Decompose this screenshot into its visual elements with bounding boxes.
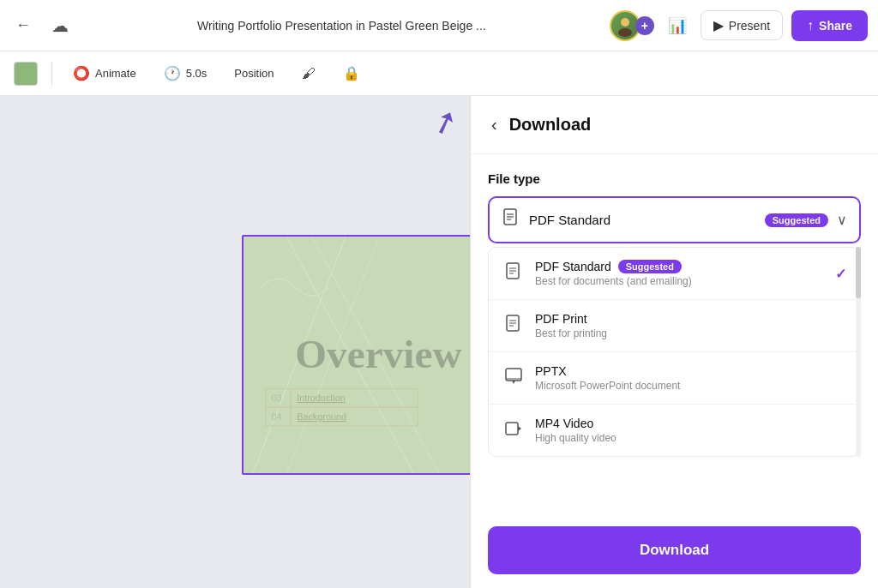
- duration-label: 5.0s: [186, 67, 207, 80]
- svg-marker-31: [512, 381, 515, 384]
- option-mp4[interactable]: MP4 Video High quality video: [489, 405, 860, 456]
- chevron-down-icon: ∨: [837, 212, 847, 228]
- animate-label: Animate: [95, 67, 136, 80]
- panel-back-button[interactable]: ‹: [488, 111, 501, 138]
- navbar: ← ☁ Writing Portfolio Presentation in Pa…: [0, 0, 878, 51]
- position-label: Position: [234, 67, 274, 80]
- svg-text:Introduction: Introduction: [297, 393, 346, 403]
- option-pptx-name: PPTX: [535, 364, 846, 378]
- lock-button[interactable]: 🔒: [336, 61, 367, 86]
- option-pdf-print-desc: Best for printing: [535, 327, 846, 339]
- options-scroll-wrap: PDF Standard Suggested Best for document…: [488, 247, 861, 457]
- share-label: Share: [819, 19, 852, 33]
- file-type-dropdown[interactable]: PDF Standard Suggested ∨: [488, 196, 861, 243]
- check-icon: ✓: [835, 266, 846, 282]
- option-mp4-name: MP4 Video: [535, 417, 846, 430]
- svg-text:Background: Background: [297, 411, 346, 422]
- analytics-button[interactable]: 📊: [663, 11, 692, 40]
- lock-icon: 🔒: [343, 65, 360, 81]
- paint-icon: 🖌: [302, 66, 316, 81]
- option-pdf-standard-name: PDF Standard Suggested: [535, 260, 825, 273]
- option-pptx-text: PPTX Microsoft PowerPoint document: [535, 364, 846, 392]
- toolbar: ⭕ Animate 🕐 5.0s Position 🖌 🔒: [0, 51, 878, 96]
- back-arrow-icon: ←: [15, 16, 31, 33]
- pdf-print-icon: [502, 315, 525, 338]
- pptx-icon: [502, 367, 525, 390]
- mp4-icon: [502, 419, 525, 442]
- option-pptx[interactable]: PPTX Microsoft PowerPoint document: [489, 352, 860, 405]
- cloud-icon: ☁: [51, 16, 69, 35]
- nav-right: + 📊 ▶ Present ↑ Share: [610, 10, 868, 41]
- option-pdf-print-name: PDF Print: [535, 312, 846, 326]
- svg-point-0: [621, 18, 629, 27]
- suggested-badge: Suggested: [765, 213, 828, 227]
- nav-center: Writing Portfolio Presentation in Pastel…: [74, 19, 610, 33]
- option-pdf-print-text: PDF Print Best for printing: [535, 312, 846, 339]
- toolbar-divider-1: [51, 62, 52, 86]
- download-button[interactable]: Download: [488, 526, 861, 574]
- selected-file-type: PDF Standard: [529, 213, 756, 227]
- arrow-indicator: ➚: [427, 101, 464, 144]
- nav-cloud-button[interactable]: ☁: [46, 10, 74, 41]
- file-type-label: File type: [488, 171, 861, 186]
- option-pdf-print[interactable]: PDF Print Best for printing: [489, 300, 860, 352]
- options-list: PDF Standard Suggested Best for document…: [488, 247, 861, 457]
- main-area: Overview 03 Introduction 04 Background ➚…: [0, 96, 878, 588]
- svg-text:04: 04: [272, 411, 282, 422]
- analytics-icon: 📊: [668, 17, 687, 34]
- panel-header: ‹ Download: [471, 96, 878, 154]
- svg-marker-33: [518, 426, 521, 431]
- share-button[interactable]: ↑ Share: [791, 10, 868, 41]
- color-swatch[interactable]: [14, 62, 38, 86]
- present-icon: ▶: [713, 17, 724, 33]
- svg-text:03: 03: [272, 393, 282, 403]
- option-pptx-desc: Microsoft PowerPoint document: [535, 380, 846, 392]
- svg-rect-32: [506, 423, 518, 435]
- pdf-file-icon: [502, 208, 520, 231]
- animate-icon: ⭕: [73, 65, 90, 81]
- pdf-standard-icon: [502, 262, 525, 285]
- position-button[interactable]: Position: [227, 63, 280, 84]
- svg-text:Overview: Overview: [295, 332, 461, 376]
- add-collaborator-button[interactable]: +: [635, 16, 654, 35]
- clock-icon: 🕐: [164, 65, 181, 81]
- option-pdf-standard-desc: Best for documents (and emailing): [535, 275, 825, 287]
- present-button[interactable]: ▶ Present: [701, 10, 783, 40]
- option-pdf-standard[interactable]: PDF Standard Suggested Best for document…: [489, 248, 860, 300]
- scroll-thumb[interactable]: [856, 247, 861, 298]
- option-mp4-text: MP4 Video High quality video: [535, 417, 846, 444]
- panel-title: Download: [509, 115, 592, 135]
- duration-button[interactable]: 🕐 5.0s: [157, 61, 214, 86]
- back-chevron-icon: ‹: [491, 115, 497, 134]
- share-icon: ↑: [807, 18, 814, 33]
- scroll-track: [856, 247, 861, 457]
- paint-button[interactable]: 🖌: [295, 62, 322, 86]
- avatar-wrap: +: [610, 10, 654, 41]
- option-mp4-desc: High quality video: [535, 432, 846, 444]
- panel-body: File type PDF Standard Suggested ∨: [471, 154, 878, 513]
- nav-back-button[interactable]: ←: [10, 11, 36, 39]
- present-label: Present: [729, 19, 770, 33]
- option-pdf-standard-text: PDF Standard Suggested Best for document…: [535, 260, 825, 287]
- animate-button[interactable]: ⭕ Animate: [66, 61, 143, 86]
- svg-point-1: [618, 28, 632, 37]
- download-panel: ‹ Download File type PDF Standard Sugges…: [470, 96, 878, 588]
- option-suggested-badge: Suggested: [618, 260, 682, 273]
- document-title: Writing Portfolio Presentation in Pastel…: [191, 19, 491, 33]
- nav-left: ← ☁: [10, 10, 74, 41]
